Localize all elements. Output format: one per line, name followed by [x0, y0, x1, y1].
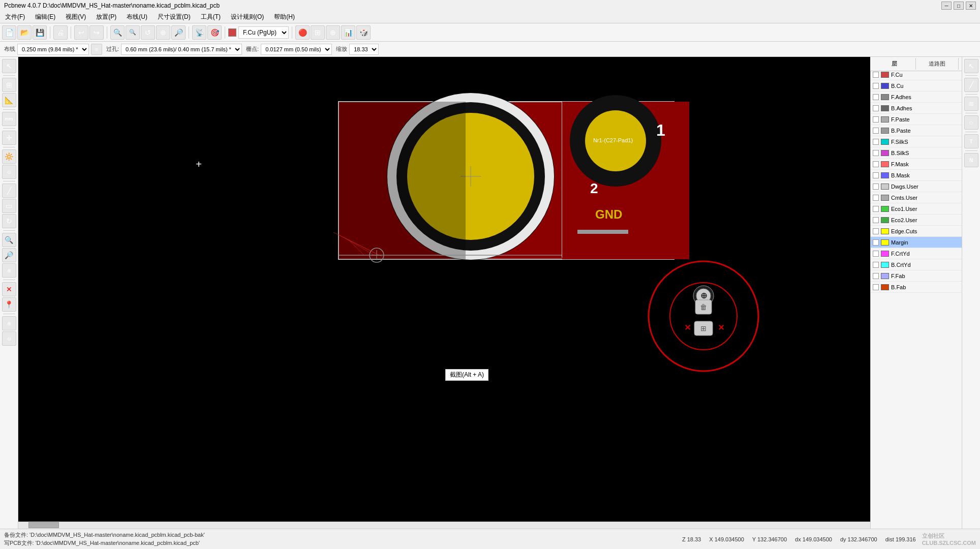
scrollbar-thumb[interactable]: [28, 522, 59, 528]
layer-checkbox-dwgsuser[interactable]: ✓: [873, 184, 879, 190]
layer-checkbox-fpaste[interactable]: [873, 116, 879, 123]
highlight-button[interactable]: 🎯: [207, 25, 222, 40]
layer-row-fmask[interactable]: ✓F.Mask: [871, 159, 962, 170]
x-btn-right[interactable]: ✕: [718, 323, 724, 332]
zoom-fit-tool[interactable]: ⊕: [2, 263, 16, 278]
layer-checkbox-badhes[interactable]: [873, 105, 879, 111]
canvas-area[interactable]: +: [18, 57, 870, 529]
zoom-in-button[interactable]: 🔍: [110, 25, 125, 40]
menu-item-u[interactable]: 布线(U): [121, 12, 152, 22]
rt-n[interactable]: N: [964, 153, 978, 167]
zoom-reset-button[interactable]: ↺: [141, 25, 155, 40]
select-tool[interactable]: ↖: [2, 59, 16, 73]
new-button[interactable]: 📄: [2, 25, 16, 40]
layer-checkbox-edgecuts[interactable]: ✓: [873, 228, 879, 234]
menu-item-h[interactable]: 帮助(H): [269, 12, 300, 22]
layer-checkbox-eco1user[interactable]: ✓: [873, 206, 879, 212]
layer-row-fadhes[interactable]: F.Adhes: [871, 92, 962, 103]
layer-row-eco2user[interactable]: ✓Eco2.User: [871, 215, 962, 226]
grid-tool[interactable]: ⊞: [2, 78, 16, 92]
trace-width-icon[interactable]: ≡: [91, 44, 102, 55]
menu-item-p[interactable]: 放置(P): [91, 12, 121, 22]
zoom-out-tool[interactable]: ⊖: [2, 331, 16, 346]
rotate-tool[interactable]: ↻: [2, 214, 16, 228]
layer-row-dwgsuser[interactable]: ✓Dwgs.User: [871, 181, 962, 192]
via-select[interactable]: 0.60 mm (23.6 mils)/ 0.40 mm (15.7 mils)…: [121, 44, 242, 55]
open-button[interactable]: 📂: [17, 25, 32, 40]
layer-row-bmask[interactable]: ✓B.Mask: [871, 170, 962, 181]
layer-checkbox-fcu[interactable]: ✓: [873, 72, 879, 78]
x-btn-left[interactable]: ✕: [684, 323, 691, 332]
layer-checkbox-bpaste[interactable]: [873, 128, 879, 134]
move-tool[interactable]: ✛: [2, 131, 16, 145]
layer-checkbox-bmask[interactable]: ✓: [873, 172, 879, 178]
layer-row-edgecuts[interactable]: ✓Edge.Cuts: [871, 226, 962, 237]
menu-item-d[interactable]: 尺寸设置(D): [152, 12, 196, 22]
grid-select[interactable]: 0.0127 mm (0.50 mils): [261, 44, 332, 55]
menu-item-v[interactable]: 视图(V): [60, 12, 91, 22]
layer-checkbox-bcu[interactable]: ✓: [873, 83, 879, 89]
ratsnest-button[interactable]: 📡: [192, 25, 206, 40]
layer-checkbox-cmtsuser[interactable]: ✓: [873, 195, 879, 201]
zoom-area-button[interactable]: 🔎: [171, 25, 186, 40]
layer-checkbox-bfab[interactable]: ✓: [873, 284, 879, 290]
rect-tool[interactable]: ▭: [2, 199, 16, 213]
menu-item-f[interactable]: 文件(F): [0, 12, 30, 22]
pad-tool[interactable]: ⊙: [2, 165, 16, 179]
tab-layers[interactable]: 层: [873, 58, 916, 70]
layer-checkbox-fmask[interactable]: ✓: [873, 161, 879, 167]
layer-row-fpaste[interactable]: F.Paste: [871, 114, 962, 125]
drc-button[interactable]: 🔴: [295, 25, 310, 40]
layer-row-bfab[interactable]: ✓B.Fab: [871, 282, 962, 293]
layer-row-bpaste[interactable]: B.Paste: [871, 125, 962, 136]
search-tool[interactable]: 🔍: [2, 233, 16, 247]
layer-checkbox-fcrtyd[interactable]: ✓: [873, 251, 879, 257]
pcb-canvas[interactable]: +: [18, 57, 870, 529]
polar-button[interactable]: ⊕: [326, 25, 340, 40]
layer-row-fsilks[interactable]: ✓F.SilkS: [871, 136, 962, 147]
mm-unit[interactable]: mm: [2, 112, 16, 126]
layer-checkbox-eco2user[interactable]: ✓: [873, 217, 879, 223]
rt-select[interactable]: ↖: [964, 59, 978, 73]
tab-netview[interactable]: 道路图: [916, 58, 959, 70]
trace-width-select[interactable]: 0.250 mm (9.84 mils) *: [17, 44, 89, 55]
layer-row-ffab[interactable]: ✓F.Fab: [871, 270, 962, 282]
layer-row-cmtsuser[interactable]: ✓Cmts.User: [871, 192, 962, 203]
close-button[interactable]: ✕: [966, 2, 976, 10]
layer-checkbox-fsilks[interactable]: ✓: [873, 139, 879, 145]
zoom-out-button[interactable]: 🔍: [126, 25, 140, 40]
rt-text[interactable]: T: [964, 134, 978, 148]
layer-checkbox-ffab[interactable]: ✓: [873, 273, 879, 279]
layer-checkbox-margin[interactable]: ✓: [873, 239, 879, 246]
highlight-net-tool[interactable]: 🔆: [2, 149, 16, 164]
menu-item-t[interactable]: 工具(T): [196, 12, 226, 22]
zoom-fit-button[interactable]: ⊕: [156, 25, 170, 40]
delete-tool[interactable]: ✕: [2, 282, 16, 296]
net-inspector-button[interactable]: 📊: [341, 25, 355, 40]
zoom-in-tool[interactable]: ⊕: [2, 316, 16, 330]
3d-viewer-button[interactable]: 🎲: [356, 25, 371, 40]
minimize-button[interactable]: ─: [941, 2, 952, 10]
layer-row-fcrtyd[interactable]: ✓F.CrtYd: [871, 248, 962, 259]
maximize-button[interactable]: □: [954, 2, 964, 10]
zoom-select[interactable]: 18.33: [349, 44, 379, 55]
rt-route[interactable]: ╱: [964, 78, 978, 92]
layer-select[interactable]: F.Cu (PgUp) B.Cu (PgDn) F.SilkS Edge.Cut…: [238, 26, 289, 39]
menu-item-o[interactable]: 设计规则(O): [226, 12, 269, 22]
save-button[interactable]: 💾: [33, 25, 47, 40]
redo-button[interactable]: ↪: [89, 25, 104, 40]
rt-fanout[interactable]: ≋: [964, 97, 978, 111]
grid-button[interactable]: ⊞: [311, 25, 325, 40]
layer-checkbox-fadhes[interactable]: [873, 94, 879, 100]
menu-item-e[interactable]: 编辑(E): [30, 12, 60, 22]
layer-row-bsilks[interactable]: ✓B.SilkS: [871, 147, 962, 159]
marker-tool[interactable]: 📍: [2, 297, 16, 312]
layer-row-bcrtyd[interactable]: ✓B.CrtYd: [871, 259, 962, 270]
zoom-area-tool[interactable]: 🔎: [2, 248, 16, 262]
layer-row-bcu[interactable]: ✓B.Cu: [871, 80, 962, 92]
layer-row-margin[interactable]: ✓Margin: [871, 237, 962, 248]
line-tool[interactable]: ╱: [2, 184, 16, 198]
print-button[interactable]: 🖨: [53, 25, 68, 40]
layer-checkbox-bcrtyd[interactable]: ✓: [873, 262, 879, 268]
layer-row-eco1user[interactable]: ✓Eco1.User: [871, 203, 962, 215]
